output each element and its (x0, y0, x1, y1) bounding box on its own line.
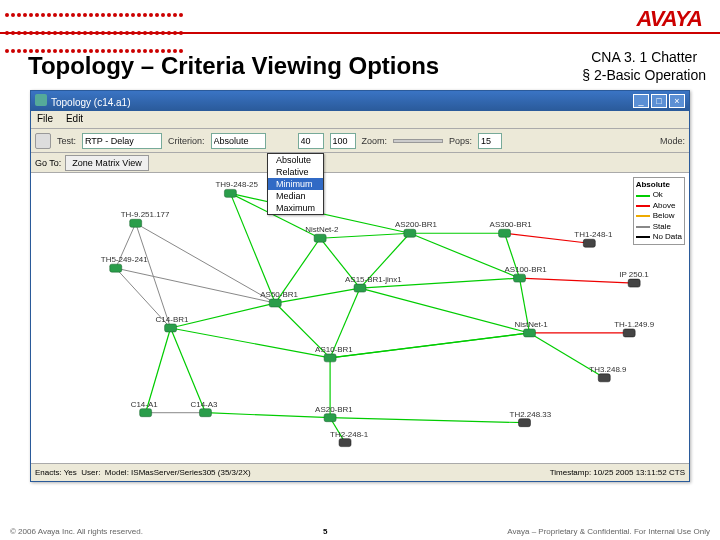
svg-line-11 (410, 233, 520, 278)
svg-text:AS20-BR1: AS20-BR1 (315, 405, 353, 414)
svg-text:TH2-248-1: TH2-248-1 (330, 430, 369, 439)
node[interactable]: TH2.248.33 (510, 410, 552, 427)
svg-text:TH-9.251.177: TH-9.251.177 (121, 210, 170, 219)
legend: AbsoluteOkAboveBelowStaleNo Data (633, 177, 685, 245)
svg-text:AS200-BR1: AS200-BR1 (395, 220, 438, 229)
lower-input[interactable] (298, 133, 324, 149)
svg-rect-48 (110, 264, 122, 272)
svg-text:C14-A1: C14-A1 (131, 400, 159, 409)
svg-rect-36 (224, 189, 236, 197)
node[interactable]: TH-1.249.9 (614, 320, 654, 337)
svg-text:NistNet-1: NistNet-1 (515, 320, 549, 329)
svg-rect-72 (324, 414, 336, 422)
minimize-button[interactable]: _ (633, 94, 649, 108)
node[interactable]: C14-A1 (131, 400, 159, 417)
goto-bar: Go To: Zone Matrix View (31, 153, 689, 173)
zone-matrix-button[interactable]: Zone Matrix View (65, 155, 148, 171)
node[interactable]: AS300-BR1 (490, 220, 533, 237)
svg-line-32 (330, 418, 524, 423)
svg-text:TH1-248-1: TH1-248-1 (574, 230, 613, 239)
test-label: Test: (57, 136, 76, 146)
slide-subtitle: CNA 3. 1 Chatter§ 2-Basic Operation (582, 48, 706, 84)
node[interactable]: AS20-BR1 (315, 405, 353, 422)
svg-line-34 (205, 413, 330, 418)
svg-rect-62 (623, 329, 635, 337)
svg-rect-60 (524, 329, 536, 337)
svg-text:AS50-BR1: AS50-BR1 (260, 290, 298, 299)
svg-text:AS300-BR1: AS300-BR1 (490, 220, 533, 229)
svg-rect-66 (598, 374, 610, 382)
page-number: 5 (323, 527, 327, 536)
app-icon (35, 94, 47, 106)
zoom-label: Zoom: (362, 136, 388, 146)
titlebar[interactable]: Topology (c14.a1) _ □ × (31, 91, 689, 111)
svg-rect-74 (519, 419, 531, 427)
menu-edit[interactable]: Edit (66, 113, 83, 124)
pops-input[interactable] (478, 133, 502, 149)
svg-line-4 (136, 223, 276, 303)
criterion-option[interactable]: Absolute (268, 154, 323, 166)
maximize-button[interactable]: □ (651, 94, 667, 108)
svg-line-14 (520, 278, 635, 283)
svg-rect-58 (165, 324, 177, 332)
svg-rect-38 (130, 219, 142, 227)
slide-title: Topology – Criteria Viewing Options (28, 52, 439, 80)
mode-label: Mode: (660, 136, 685, 146)
node[interactable]: AS200-BR1 (395, 220, 438, 237)
topology-svg[interactable]: TH9-248-25TH-9.251.177NistNet-2AS200-BR1… (31, 173, 689, 463)
svg-text:C14-A3: C14-A3 (191, 400, 219, 409)
svg-text:NistNet-2: NistNet-2 (305, 225, 339, 234)
svg-rect-54 (269, 299, 281, 307)
tool-icon[interactable] (35, 133, 51, 149)
menu-file[interactable]: File (37, 113, 53, 124)
node[interactable]: AS50-BR1 (260, 290, 298, 307)
svg-text:TH5-249-241: TH5-249-241 (101, 255, 149, 264)
svg-text:AS10-BR1: AS10-BR1 (315, 345, 353, 354)
svg-text:TH9-248-25: TH9-248-25 (215, 180, 258, 189)
divider (0, 32, 720, 34)
svg-rect-42 (404, 229, 416, 237)
confidential: Avaya – Proprietary & Confidential. For … (507, 527, 710, 536)
svg-text:IP 250.1: IP 250.1 (619, 270, 649, 279)
svg-text:C14-BR1: C14-BR1 (156, 315, 189, 324)
node[interactable]: TH-9.251.177 (121, 210, 170, 227)
svg-rect-40 (314, 234, 326, 242)
criterion-select[interactable] (211, 133, 266, 149)
avaya-logo: AVAYA (637, 6, 702, 32)
svg-rect-52 (628, 279, 640, 287)
zoom-slider[interactable] (393, 139, 443, 143)
svg-line-5 (136, 223, 171, 328)
goto-label: Go To: (35, 158, 61, 168)
status-bar: Enacts: Yes User: Model: ISMasServer/Ser… (31, 463, 689, 481)
node[interactable]: NistNet-2 (305, 225, 339, 242)
criterion-dropdown[interactable]: AbsoluteRelativeMinimumMedianMaximum (267, 153, 324, 215)
close-button[interactable]: × (669, 94, 685, 108)
upper-input[interactable] (330, 133, 356, 149)
svg-text:AS15-BR1-jinx1: AS15-BR1-jinx1 (345, 275, 402, 284)
svg-rect-56 (354, 284, 366, 292)
svg-rect-64 (324, 354, 336, 362)
svg-line-18 (116, 268, 276, 303)
pops-label: Pops: (449, 136, 472, 146)
node[interactable]: IP 250.1 (619, 270, 649, 287)
svg-text:TH-1.249.9: TH-1.249.9 (614, 320, 654, 329)
svg-text:TH3.248.9: TH3.248.9 (589, 365, 627, 374)
toolbar: Test: Criterion: Zoom: Pops: Mode: (31, 129, 689, 153)
svg-line-31 (330, 333, 529, 358)
slide-footer: © 2006 Avaya Inc. All rights reserved. 5… (10, 527, 710, 536)
node[interactable]: C14-BR1 (156, 315, 189, 332)
menubar: File Edit (31, 111, 689, 129)
node[interactable]: TH2-248-1 (330, 430, 369, 447)
test-select[interactable] (82, 133, 162, 149)
node[interactable]: AS10-BR1 (315, 345, 353, 362)
node[interactable]: TH3.248.9 (589, 365, 627, 382)
criterion-option[interactable]: Minimum (268, 178, 323, 190)
criterion-option[interactable]: Maximum (268, 202, 323, 214)
node[interactable]: C14-A3 (191, 400, 219, 417)
topology-window: Topology (c14.a1) _ □ × File Edit Test: … (30, 90, 690, 482)
criterion-option[interactable]: Relative (268, 166, 323, 178)
node[interactable]: TH1-248-1 (574, 230, 613, 247)
svg-line-23 (360, 288, 529, 333)
criterion-option[interactable]: Median (268, 190, 323, 202)
topology-canvas[interactable]: TH9-248-25TH-9.251.177NistNet-2AS200-BR1… (31, 173, 689, 463)
